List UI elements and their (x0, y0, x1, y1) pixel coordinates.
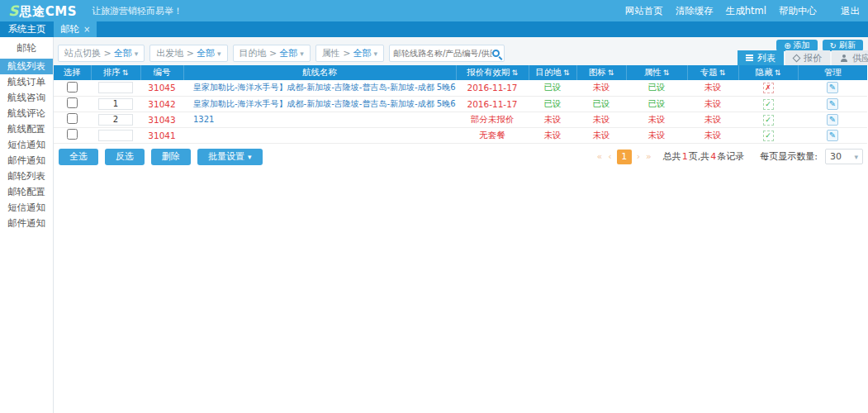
sidebar-item-sms-notice[interactable]: 短信通知 (0, 137, 53, 153)
view-toggle-supplier[interactable]: 供应商 (832, 50, 868, 65)
row-checkbox[interactable] (67, 97, 78, 108)
logo-text: 思途CMS (20, 4, 77, 20)
col-hidden[interactable]: 隐藏⇅ (738, 65, 798, 80)
link-logout[interactable]: 退出 (841, 5, 860, 17)
sidebar-item-sms-notice-2[interactable]: 短信通知 (0, 200, 53, 216)
col-icon[interactable]: 图标⇅ (576, 65, 626, 80)
delete-button[interactable]: 删除 (151, 149, 191, 165)
hidden-toggle-icon[interactable]: ✓ (763, 115, 774, 126)
hidden-toggle-icon[interactable]: ✓ (763, 131, 774, 141)
first-page-button[interactable]: « (596, 151, 604, 162)
sidebar-item-cruise-config[interactable]: 邮轮配置 (0, 184, 53, 200)
icon-status: 未设 (593, 82, 610, 92)
chevron-down-icon: ▾ (854, 153, 858, 161)
batch-settings-button[interactable]: 批量设置 ▾ (197, 149, 263, 165)
sidebar-item-route-comments[interactable]: 航线评论 (0, 106, 53, 121)
col-select: 选择 (54, 65, 91, 80)
sidebar-item-cruise-list[interactable]: 邮轮列表 (0, 169, 53, 184)
validity-value: 无套餐 (479, 130, 505, 140)
tab-system-home[interactable]: 系统主页 (0, 21, 54, 37)
current-page-button[interactable]: 1 (617, 150, 632, 164)
row-checkbox[interactable] (67, 129, 78, 140)
link-site-home[interactable]: 网站首页 (625, 5, 663, 17)
route-name-link[interactable]: 1321 (193, 115, 214, 124)
search-input[interactable] (393, 49, 492, 58)
sidebar-item-route-inquiries[interactable]: 航线咨询 (0, 90, 53, 106)
edit-icon[interactable]: ✎ (827, 98, 838, 110)
sort-icon: ⇅ (122, 69, 129, 77)
col-destination[interactable]: 目的地⇅ (529, 65, 576, 80)
add-button[interactable]: ⊕ 添加 (776, 40, 817, 51)
route-name-link[interactable]: 皇家加勒比-海洋水手号】成都-新加坡-吉隆坡-普吉岛-新加坡-成都 5晚6日游 (193, 99, 456, 108)
sidebar-item-route-config[interactable]: 航线配置 (0, 121, 53, 137)
hidden-toggle-icon[interactable]: ✗ (763, 83, 774, 93)
filter-departure[interactable]: 出发地 > 全部 ▾ (149, 45, 227, 62)
page-size-label: 每页显示数量: (760, 150, 818, 163)
col-code: 编号 (140, 65, 183, 80)
top-bar: S 思途CMS 让旅游营销轻而易举！ 网站首页 清除缓存 生成html 帮助中心… (0, 0, 868, 21)
pagination: « ‹ 1 › » 总共1页,共4条记录 每页显示数量: 30 ▾ (596, 149, 864, 164)
link-clear-cache[interactable]: 清除缓存 (676, 5, 714, 17)
tagline: 让旅游营销轻而易举！ (92, 5, 183, 17)
app-logo: S 思途CMS (8, 2, 77, 20)
main-panel: 站点切换 > 全部 ▾ 出发地 > 全部 ▾ 目的地 > 全部 ▾ 属性 > 全… (54, 37, 868, 413)
edit-icon[interactable]: ✎ (827, 130, 838, 141)
refresh-button[interactable]: ↻ 刷新 (823, 40, 863, 51)
sort-icon: ⇅ (608, 69, 614, 77)
route-code-link[interactable]: 31042 (148, 99, 175, 109)
sidebar-item-email-notice[interactable]: 邮件通知 (0, 153, 53, 169)
tab-cruise[interactable]: 邮轮 × (54, 21, 97, 37)
chevron-down-icon: ▾ (300, 50, 304, 58)
page-size-select[interactable]: 30 ▾ (825, 149, 863, 164)
col-topic[interactable]: 专题⇅ (687, 65, 738, 80)
search-icon[interactable] (492, 50, 500, 57)
sort-input[interactable] (98, 130, 133, 141)
topic-status: 未设 (704, 130, 722, 140)
link-generate-html[interactable]: 生成html (726, 5, 766, 17)
sort-icon: ⇅ (511, 69, 518, 77)
toolbar: 站点切换 > 全部 ▾ 出发地 > 全部 ▾ 目的地 > 全部 ▾ 属性 > 全… (54, 37, 868, 65)
sidebar-title: 邮轮 (0, 37, 53, 59)
close-icon[interactable]: × (83, 21, 90, 37)
route-name-link[interactable]: 皇家加勒比-海洋水手号】成都-新加坡-吉隆坡-普吉岛-新加坡-成都 5晚6日游 (193, 83, 456, 92)
cube-icon (793, 54, 801, 62)
col-attribute[interactable]: 属性⇅ (626, 65, 687, 80)
sidebar-item-route-orders[interactable]: 航线订单 (0, 74, 53, 90)
select-all-button[interactable]: 全选 (59, 149, 98, 165)
icon-status: 未设 (593, 114, 610, 124)
sort-input[interactable] (98, 114, 133, 126)
row-checkbox[interactable] (67, 82, 78, 93)
edit-icon[interactable]: ✎ (827, 82, 838, 93)
filter-destination[interactable]: 目的地 > 全部 ▾ (233, 45, 311, 62)
route-code-link[interactable]: 31043 (148, 115, 175, 125)
table-row: 31042 皇家加勒比-海洋水手号】成都-新加坡-吉隆坡-普吉岛-新加坡-成都 … (54, 96, 867, 112)
filter-attribute[interactable]: 属性 > 全部 ▾ (315, 45, 384, 62)
sort-input[interactable] (98, 98, 133, 110)
col-sort[interactable]: 排序⇅ (91, 65, 140, 80)
hidden-toggle-icon[interactable]: ✓ (763, 99, 774, 110)
sidebar-item-route-list[interactable]: 航线列表 (0, 59, 53, 74)
tab-strip: 系统主页 邮轮 × (0, 21, 868, 37)
last-page-button[interactable]: » (645, 151, 652, 162)
person-icon (840, 55, 848, 62)
next-page-button[interactable]: › (636, 151, 641, 162)
route-code-link[interactable]: 31041 (148, 131, 175, 140)
row-checkbox[interactable] (67, 113, 78, 124)
view-toggle-list[interactable]: 列表 (738, 50, 784, 65)
route-code-link[interactable]: 31045 (148, 83, 175, 93)
view-toggle-quote[interactable]: 报价 (785, 50, 830, 65)
list-icon (746, 55, 753, 61)
col-validity[interactable]: 报价有效期⇅ (456, 65, 529, 80)
table-row: 31043 1321 部分未报价 未设 未设 未设 未设 ✓ ✎ (54, 112, 867, 127)
chevron-down-icon: ▾ (135, 50, 139, 58)
sidebar-item-email-notice-2[interactable]: 邮件通知 (0, 216, 53, 231)
filter-site-switch[interactable]: 站点切换 > 全部 ▾ (58, 45, 145, 62)
invert-selection-button[interactable]: 反选 (105, 149, 145, 165)
link-help-center[interactable]: 帮助中心 (779, 5, 817, 17)
prev-page-button[interactable]: ‹ (607, 151, 612, 162)
sort-input[interactable] (98, 82, 133, 93)
topic-status: 未设 (704, 98, 722, 108)
sort-icon: ⇅ (719, 69, 726, 77)
edit-icon[interactable]: ✎ (827, 114, 838, 126)
table-row: 31045 皇家加勒比-海洋水手号】成都-新加坡-吉隆坡-普吉岛-新加坡-成都 … (54, 80, 867, 96)
